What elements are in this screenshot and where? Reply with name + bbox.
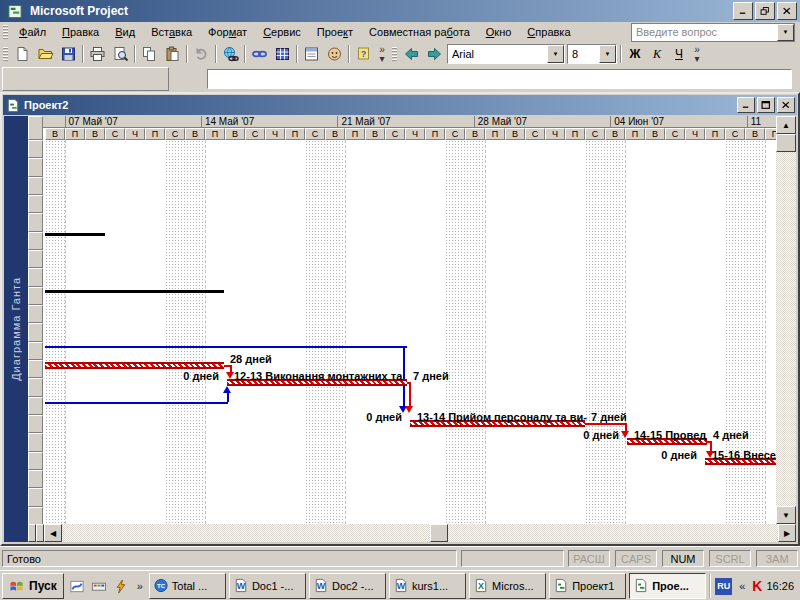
vertical-scroll-thumb[interactable] xyxy=(776,134,796,152)
help-icon[interactable]: ? xyxy=(352,44,375,65)
timescale-day[interactable]: С xyxy=(665,128,685,140)
timescale-day[interactable]: С xyxy=(585,128,605,140)
row-header[interactable] xyxy=(28,287,43,305)
row-header[interactable] xyxy=(28,433,43,451)
minimize-button[interactable] xyxy=(733,2,753,20)
timescale-week[interactable]: 11 xyxy=(747,116,776,128)
timescale-day[interactable]: В xyxy=(185,128,205,140)
row-header[interactable] xyxy=(28,452,43,470)
row-header[interactable] xyxy=(28,140,43,158)
timescale-day[interactable]: П xyxy=(345,128,365,140)
menu-item-проект[interactable]: Проект xyxy=(309,24,361,40)
menu-item-правка[interactable]: Правка xyxy=(54,24,107,40)
italic-button[interactable]: К xyxy=(646,44,668,64)
chevron-down-icon[interactable]: ▼ xyxy=(599,45,616,63)
tray-chevron-icon[interactable]: « xyxy=(736,580,748,592)
link-icon[interactable] xyxy=(248,44,271,65)
horizontal-scroll-track[interactable] xyxy=(62,524,778,542)
undo-icon[interactable] xyxy=(190,44,213,65)
timescale-week-blank[interactable] xyxy=(43,116,65,128)
doc-close-button[interactable] xyxy=(777,97,795,113)
timescale-day[interactable]: В xyxy=(645,128,665,140)
chevron-down-icon[interactable]: ▼ xyxy=(777,24,794,41)
timescale-week[interactable]: 14 Май '07 xyxy=(201,116,337,128)
print-icon[interactable] xyxy=(86,44,109,65)
vertical-scrollbar[interactable]: ▲ ▼ xyxy=(776,116,796,524)
summary-task-bar[interactable] xyxy=(45,290,224,293)
menu-item-совместная-работа[interactable]: Совместная работа xyxy=(361,24,478,40)
timescale-day[interactable]: С xyxy=(305,128,325,140)
forward-icon[interactable] xyxy=(423,44,446,65)
gantt-chart-body[interactable]: 28 дней0 дней12-13 Виконання монтажних т… xyxy=(43,140,776,524)
back-icon[interactable] xyxy=(400,44,423,65)
timescale-day[interactable]: Ч xyxy=(265,128,285,140)
restore-button[interactable] xyxy=(755,2,775,20)
timescale-day[interactable]: Ч xyxy=(125,128,145,140)
timescale-day[interactable]: В xyxy=(745,128,765,140)
document-titlebar[interactable]: Проект2 xyxy=(3,95,797,115)
scroll-right-icon[interactable]: ▶ xyxy=(778,524,796,542)
row-header[interactable] xyxy=(28,397,43,415)
scroll-down-icon[interactable]: ▼ xyxy=(776,506,796,524)
antivirus-icon[interactable]: K xyxy=(752,579,762,593)
timescale-day[interactable]: С xyxy=(445,128,465,140)
timescale-day[interactable]: С xyxy=(525,128,545,140)
taskbar-button-micros[interactable]: XMicros... xyxy=(469,573,546,599)
row-header[interactable] xyxy=(28,507,43,525)
timescale-day[interactable]: П xyxy=(485,128,505,140)
timescale-day[interactable]: П xyxy=(285,128,305,140)
timescale-day[interactable]: П xyxy=(765,128,776,140)
timescale-day[interactable]: В xyxy=(465,128,485,140)
taskbar-button-doc1[interactable]: WDoc1 -... xyxy=(229,573,306,599)
underline-button[interactable]: Ч xyxy=(668,44,690,64)
timescale-week[interactable]: 28 Май '07 xyxy=(474,116,610,128)
row-header[interactable] xyxy=(28,470,43,488)
timescale-week[interactable]: 21 Май '07 xyxy=(337,116,473,128)
cells-icon[interactable] xyxy=(271,44,294,65)
timescale-day[interactable]: Ч xyxy=(685,128,705,140)
quicklaunch-overflow-icon[interactable]: » xyxy=(134,580,146,592)
chevron-down-icon[interactable]: ▼ xyxy=(547,45,564,63)
toolbar-grip[interactable] xyxy=(3,47,8,61)
row-header[interactable] xyxy=(28,232,43,250)
timescale-day[interactable]: С xyxy=(105,128,125,140)
timescale-day[interactable]: П xyxy=(65,128,85,140)
ask-question-input[interactable]: Введите вопрос ▼ xyxy=(631,23,795,42)
paste-icon[interactable] xyxy=(161,44,184,65)
menu-item-формат[interactable]: Формат xyxy=(200,24,255,40)
font-size-combo[interactable]: 8 ▼ xyxy=(567,44,617,64)
timescale-day[interactable]: С xyxy=(245,128,265,140)
row-header[interactable] xyxy=(28,360,43,378)
face-icon[interactable] xyxy=(323,44,346,65)
horizontal-scrollbar[interactable]: ◀ ▶ xyxy=(28,524,796,542)
timescale-day[interactable]: П xyxy=(565,128,585,140)
summary-task-bar[interactable] xyxy=(45,233,105,236)
format-overflow-icon[interactable]: »▾ xyxy=(690,45,704,63)
close-button[interactable] xyxy=(777,2,797,20)
web-icon[interactable] xyxy=(219,44,242,65)
doc-maximize-button[interactable] xyxy=(757,97,775,113)
timescale-day[interactable]: П xyxy=(145,128,165,140)
timescale-day[interactable]: Ч xyxy=(545,128,565,140)
copy-icon[interactable] xyxy=(138,44,161,65)
menu-grip[interactable] xyxy=(3,25,8,39)
font-name-combo[interactable]: Arial ▼ xyxy=(447,44,565,64)
row-header[interactable] xyxy=(28,268,43,286)
menu-item-вид[interactable]: Вид xyxy=(107,24,143,40)
preview-icon[interactable] xyxy=(109,44,132,65)
scroll-left-icon[interactable]: ◀ xyxy=(44,524,62,542)
new-icon[interactable] xyxy=(11,44,34,65)
taskbar-button-total[interactable]: TCTotal ... xyxy=(149,573,226,599)
view-split-button[interactable] xyxy=(28,524,36,542)
row-header[interactable] xyxy=(28,195,43,213)
timescale-day[interactable]: В xyxy=(325,128,345,140)
menu-item-файл[interactable]: Файл xyxy=(11,24,54,40)
timescale-day[interactable]: П xyxy=(425,128,445,140)
entry-field[interactable] xyxy=(207,69,792,89)
ql-keys-icon[interactable] xyxy=(89,575,109,597)
timescale-week[interactable]: 07 Май '07 xyxy=(65,116,201,128)
id-column-header[interactable] xyxy=(28,116,43,140)
taskbar-button-doc2[interactable]: WDoc2 -... xyxy=(309,573,386,599)
row-header[interactable] xyxy=(28,488,43,506)
timescale-day[interactable]: Ч xyxy=(405,128,425,140)
